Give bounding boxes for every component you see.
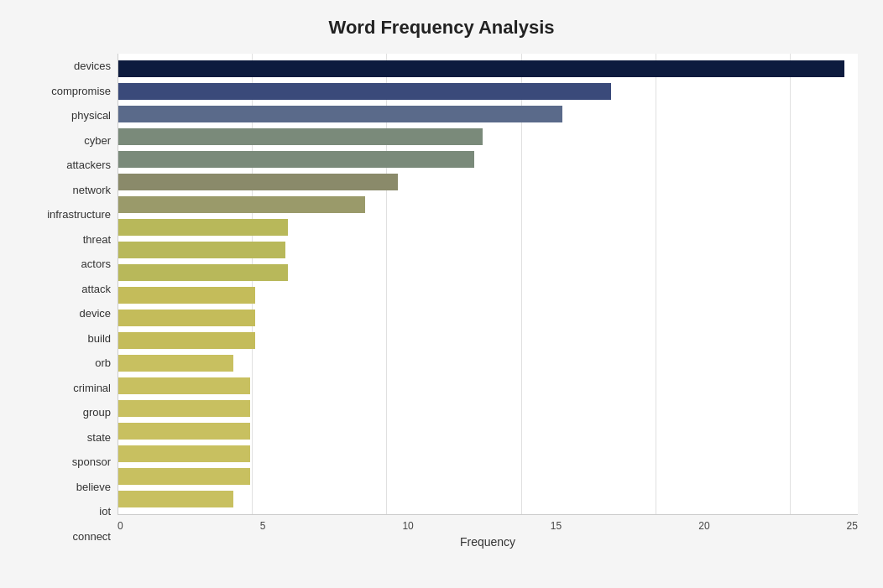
bar-row xyxy=(118,125,858,148)
x-tick: 0 xyxy=(118,520,123,532)
bar-row xyxy=(118,80,858,102)
bar xyxy=(118,468,250,485)
y-label: compromise xyxy=(51,80,111,102)
bar xyxy=(118,355,233,372)
x-axis-labels: 0510152025 xyxy=(118,515,858,532)
bar-row xyxy=(118,330,858,352)
bar-row xyxy=(118,193,858,216)
y-label: infrastructure xyxy=(47,203,111,226)
y-label: sponsor xyxy=(72,450,111,473)
bar xyxy=(118,310,255,326)
bar-row xyxy=(118,148,858,170)
x-tick: 20 xyxy=(698,520,709,532)
bar-row xyxy=(118,420,858,443)
bar-row xyxy=(118,398,858,420)
bar xyxy=(118,377,250,394)
y-label: devices xyxy=(74,55,111,77)
y-label: actors xyxy=(81,252,111,275)
y-label: network xyxy=(72,179,111,201)
y-label: attackers xyxy=(66,154,111,176)
bar xyxy=(118,83,611,100)
bar xyxy=(118,242,285,258)
bar-row xyxy=(118,375,858,398)
bar-row xyxy=(118,216,858,238)
bar-row xyxy=(118,284,858,306)
y-label: build xyxy=(88,327,111,350)
bar xyxy=(118,128,483,145)
bar xyxy=(118,400,250,417)
y-labels: devicescompromisephysicalcyberattackersn… xyxy=(25,54,118,549)
bar xyxy=(118,491,233,507)
bar-row xyxy=(118,102,858,125)
bar xyxy=(118,196,365,213)
bar xyxy=(118,174,398,190)
y-label: group xyxy=(83,401,111,424)
bar xyxy=(118,445,250,462)
y-label: physical xyxy=(71,104,111,127)
bar-row xyxy=(118,57,858,80)
y-label: state xyxy=(87,426,111,449)
y-label: device xyxy=(79,302,111,325)
bar xyxy=(118,287,255,304)
y-label: orb xyxy=(95,351,111,374)
bars-and-axes: 0510152025 Frequency xyxy=(118,54,858,549)
bar-row xyxy=(118,352,858,375)
y-label: iot xyxy=(99,500,111,523)
y-label: cyber xyxy=(84,129,111,152)
y-label: believe xyxy=(76,476,111,498)
y-label: connect xyxy=(72,525,111,548)
bar-row xyxy=(118,466,858,488)
chart-area: devicescompromisephysicalcyberattackersn… xyxy=(25,54,858,549)
bar xyxy=(118,106,562,122)
y-label: threat xyxy=(83,228,111,251)
bar-row xyxy=(118,307,858,330)
x-tick: 15 xyxy=(551,520,562,532)
chart-container: Word Frequency Analysis devicescompromis… xyxy=(0,0,883,588)
x-tick: 10 xyxy=(402,520,413,532)
bar xyxy=(118,423,250,440)
bars-wrapper xyxy=(118,54,858,515)
x-tick: 5 xyxy=(260,520,266,532)
y-label: attack xyxy=(81,278,111,300)
bar xyxy=(118,219,288,236)
bar-row xyxy=(118,488,858,511)
bar-row xyxy=(118,238,858,261)
bar xyxy=(118,264,288,281)
bar xyxy=(118,332,255,349)
bar-row xyxy=(118,443,858,466)
bar-row xyxy=(118,261,858,284)
x-axis-title: Frequency xyxy=(118,535,858,549)
bar xyxy=(118,151,474,168)
bar-row xyxy=(118,170,858,193)
chart-title: Word Frequency Analysis xyxy=(25,17,858,39)
x-tick: 25 xyxy=(847,520,858,532)
y-label: criminal xyxy=(73,377,111,399)
bar xyxy=(118,60,844,77)
